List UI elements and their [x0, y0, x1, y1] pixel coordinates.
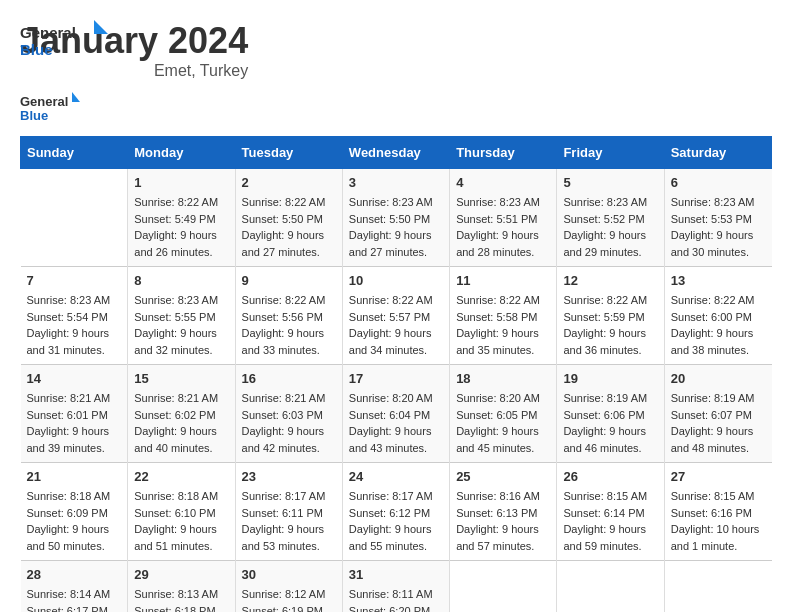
- day-number: 26: [563, 469, 657, 484]
- logo-svg: General Blue: [20, 20, 110, 60]
- calendar-cell: 5Sunrise: 8:23 AM Sunset: 5:52 PM Daylig…: [557, 169, 664, 267]
- day-number: 18: [456, 371, 550, 386]
- day-number: 14: [27, 371, 122, 386]
- header-day-monday: Monday: [128, 137, 235, 169]
- day-info: Sunrise: 8:22 AM Sunset: 5:56 PM Dayligh…: [242, 292, 336, 358]
- day-info: Sunrise: 8:19 AM Sunset: 6:07 PM Dayligh…: [671, 390, 766, 456]
- svg-text:Blue: Blue: [20, 41, 53, 58]
- day-info: Sunrise: 8:22 AM Sunset: 5:49 PM Dayligh…: [134, 194, 228, 260]
- day-info: Sunrise: 8:22 AM Sunset: 5:59 PM Dayligh…: [563, 292, 657, 358]
- generalblue-logo: General Blue: [20, 90, 80, 126]
- day-number: 27: [671, 469, 766, 484]
- calendar-cell: 12Sunrise: 8:22 AM Sunset: 5:59 PM Dayli…: [557, 267, 664, 365]
- calendar-cell: 25Sunrise: 8:16 AM Sunset: 6:13 PM Dayli…: [450, 463, 557, 561]
- day-number: 2: [242, 175, 336, 190]
- day-number: 3: [349, 175, 443, 190]
- day-number: 12: [563, 273, 657, 288]
- calendar-cell: 13Sunrise: 8:22 AM Sunset: 6:00 PM Dayli…: [664, 267, 771, 365]
- calendar-cell: 26Sunrise: 8:15 AM Sunset: 6:14 PM Dayli…: [557, 463, 664, 561]
- day-number: 24: [349, 469, 443, 484]
- day-info: Sunrise: 8:17 AM Sunset: 6:12 PM Dayligh…: [349, 488, 443, 554]
- calendar-week-1: 1Sunrise: 8:22 AM Sunset: 5:49 PM Daylig…: [21, 169, 772, 267]
- day-number: 29: [134, 567, 228, 582]
- header-day-thursday: Thursday: [450, 137, 557, 169]
- day-info: Sunrise: 8:23 AM Sunset: 5:52 PM Dayligh…: [563, 194, 657, 260]
- calendar-cell: 6Sunrise: 8:23 AM Sunset: 5:53 PM Daylig…: [664, 169, 771, 267]
- header-day-friday: Friday: [557, 137, 664, 169]
- day-info: Sunrise: 8:23 AM Sunset: 5:53 PM Dayligh…: [671, 194, 766, 260]
- day-info: Sunrise: 8:21 AM Sunset: 6:01 PM Dayligh…: [27, 390, 122, 456]
- calendar-cell: 11Sunrise: 8:22 AM Sunset: 5:58 PM Dayli…: [450, 267, 557, 365]
- day-info: Sunrise: 8:20 AM Sunset: 6:05 PM Dayligh…: [456, 390, 550, 456]
- subtitle: Emet, Turkey: [20, 62, 248, 80]
- calendar-cell: 8Sunrise: 8:23 AM Sunset: 5:55 PM Daylig…: [128, 267, 235, 365]
- day-number: 20: [671, 371, 766, 386]
- day-info: Sunrise: 8:17 AM Sunset: 6:11 PM Dayligh…: [242, 488, 336, 554]
- calendar-cell: 14Sunrise: 8:21 AM Sunset: 6:01 PM Dayli…: [21, 365, 128, 463]
- calendar-cell: 20Sunrise: 8:19 AM Sunset: 6:07 PM Dayli…: [664, 365, 771, 463]
- calendar-cell: [557, 561, 664, 613]
- calendar-header-row: SundayMondayTuesdayWednesdayThursdayFrid…: [21, 137, 772, 169]
- calendar-cell: [664, 561, 771, 613]
- calendar-week-5: 28Sunrise: 8:14 AM Sunset: 6:17 PM Dayli…: [21, 561, 772, 613]
- calendar-cell: 21Sunrise: 8:18 AM Sunset: 6:09 PM Dayli…: [21, 463, 128, 561]
- calendar-cell: [450, 561, 557, 613]
- day-number: 7: [27, 273, 122, 288]
- header-day-wednesday: Wednesday: [342, 137, 449, 169]
- day-info: Sunrise: 8:21 AM Sunset: 6:03 PM Dayligh…: [242, 390, 336, 456]
- day-info: Sunrise: 8:11 AM Sunset: 6:20 PM Dayligh…: [349, 586, 443, 612]
- calendar-cell: 22Sunrise: 8:18 AM Sunset: 6:10 PM Dayli…: [128, 463, 235, 561]
- calendar-cell: 30Sunrise: 8:12 AM Sunset: 6:19 PM Dayli…: [235, 561, 342, 613]
- day-info: Sunrise: 8:23 AM Sunset: 5:54 PM Dayligh…: [27, 292, 122, 358]
- day-info: Sunrise: 8:18 AM Sunset: 6:09 PM Dayligh…: [27, 488, 122, 554]
- calendar-week-3: 14Sunrise: 8:21 AM Sunset: 6:01 PM Dayli…: [21, 365, 772, 463]
- calendar-cell: 2Sunrise: 8:22 AM Sunset: 5:50 PM Daylig…: [235, 169, 342, 267]
- day-number: 19: [563, 371, 657, 386]
- day-number: 25: [456, 469, 550, 484]
- day-info: Sunrise: 8:13 AM Sunset: 6:18 PM Dayligh…: [134, 586, 228, 612]
- day-info: Sunrise: 8:21 AM Sunset: 6:02 PM Dayligh…: [134, 390, 228, 456]
- day-info: Sunrise: 8:16 AM Sunset: 6:13 PM Dayligh…: [456, 488, 550, 554]
- day-number: 31: [349, 567, 443, 582]
- day-info: Sunrise: 8:23 AM Sunset: 5:55 PM Dayligh…: [134, 292, 228, 358]
- calendar-cell: 10Sunrise: 8:22 AM Sunset: 5:57 PM Dayli…: [342, 267, 449, 365]
- day-number: 9: [242, 273, 336, 288]
- day-number: 13: [671, 273, 766, 288]
- calendar-cell: 29Sunrise: 8:13 AM Sunset: 6:18 PM Dayli…: [128, 561, 235, 613]
- logo-wrapper: General Blue: [20, 20, 110, 64]
- day-number: 28: [27, 567, 122, 582]
- day-info: Sunrise: 8:14 AM Sunset: 6:17 PM Dayligh…: [27, 586, 122, 612]
- calendar-cell: 27Sunrise: 8:15 AM Sunset: 6:16 PM Dayli…: [664, 463, 771, 561]
- calendar-cell: 28Sunrise: 8:14 AM Sunset: 6:17 PM Dayli…: [21, 561, 128, 613]
- day-number: 6: [671, 175, 766, 190]
- calendar-cell: 4Sunrise: 8:23 AM Sunset: 5:51 PM Daylig…: [450, 169, 557, 267]
- day-info: Sunrise: 8:19 AM Sunset: 6:06 PM Dayligh…: [563, 390, 657, 456]
- day-info: Sunrise: 8:23 AM Sunset: 5:50 PM Dayligh…: [349, 194, 443, 260]
- day-number: 1: [134, 175, 228, 190]
- day-number: 16: [242, 371, 336, 386]
- calendar-cell: 15Sunrise: 8:21 AM Sunset: 6:02 PM Dayli…: [128, 365, 235, 463]
- day-info: Sunrise: 8:22 AM Sunset: 6:00 PM Dayligh…: [671, 292, 766, 358]
- day-info: Sunrise: 8:15 AM Sunset: 6:14 PM Dayligh…: [563, 488, 657, 554]
- calendar-cell: 1Sunrise: 8:22 AM Sunset: 5:49 PM Daylig…: [128, 169, 235, 267]
- calendar-cell: 9Sunrise: 8:22 AM Sunset: 5:56 PM Daylig…: [235, 267, 342, 365]
- header: January 2024 Emet, Turkey: [20, 20, 772, 80]
- day-number: 30: [242, 567, 336, 582]
- header-day-tuesday: Tuesday: [235, 137, 342, 169]
- calendar-week-4: 21Sunrise: 8:18 AM Sunset: 6:09 PM Dayli…: [21, 463, 772, 561]
- day-number: 22: [134, 469, 228, 484]
- calendar-cell: [21, 169, 128, 267]
- svg-text:General: General: [20, 24, 76, 41]
- day-info: Sunrise: 8:15 AM Sunset: 6:16 PM Dayligh…: [671, 488, 766, 554]
- day-number: 21: [27, 469, 122, 484]
- day-info: Sunrise: 8:22 AM Sunset: 5:50 PM Dayligh…: [242, 194, 336, 260]
- calendar-body: 1Sunrise: 8:22 AM Sunset: 5:49 PM Daylig…: [21, 169, 772, 613]
- calendar-cell: 23Sunrise: 8:17 AM Sunset: 6:11 PM Dayli…: [235, 463, 342, 561]
- day-number: 10: [349, 273, 443, 288]
- day-number: 8: [134, 273, 228, 288]
- calendar-cell: 24Sunrise: 8:17 AM Sunset: 6:12 PM Dayli…: [342, 463, 449, 561]
- calendar-cell: 31Sunrise: 8:11 AM Sunset: 6:20 PM Dayli…: [342, 561, 449, 613]
- svg-text:General: General: [20, 94, 68, 109]
- day-info: Sunrise: 8:22 AM Sunset: 5:58 PM Dayligh…: [456, 292, 550, 358]
- calendar-cell: 19Sunrise: 8:19 AM Sunset: 6:06 PM Dayli…: [557, 365, 664, 463]
